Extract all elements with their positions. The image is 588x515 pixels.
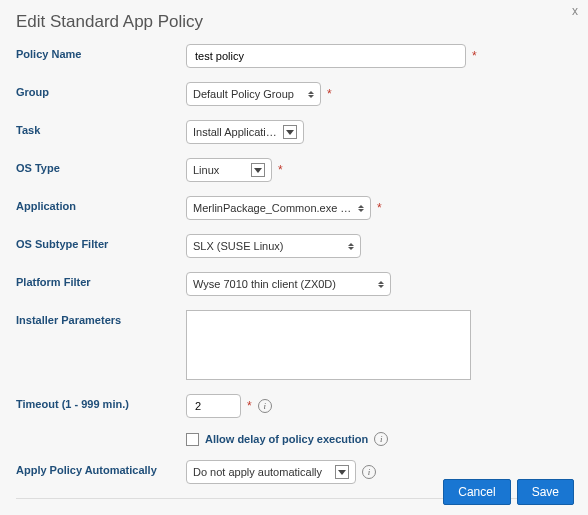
group-select[interactable]: Default Policy Group [186, 82, 321, 106]
timeout-input[interactable] [186, 394, 241, 418]
label-platform-filter: Platform Filter [16, 272, 186, 288]
chevron-updown-icon [358, 205, 364, 212]
dialog-body: x Edit Standard App Policy Policy Name *… [0, 0, 588, 515]
allow-delay-checkbox[interactable] [186, 433, 199, 446]
label-apply-auto: Apply Policy Automatically [16, 460, 186, 476]
chevron-down-icon [335, 465, 349, 479]
os-type-select[interactable]: Linux [186, 158, 272, 182]
chevron-updown-icon [378, 281, 384, 288]
required-marker: * [377, 201, 382, 215]
platform-filter-value: Wyse 7010 thin client (ZX0D) [193, 278, 336, 290]
apply-auto-select[interactable]: Do not apply automatically [186, 460, 356, 484]
info-icon[interactable]: i [374, 432, 388, 446]
info-icon[interactable]: i [258, 399, 272, 413]
dialog-footer: Cancel Save [443, 479, 574, 505]
required-marker: * [247, 399, 252, 413]
chevron-down-icon [283, 125, 297, 139]
group-select-value: Default Policy Group [193, 88, 294, 100]
label-timeout: Timeout (1 - 999 min.) [16, 394, 186, 410]
required-marker: * [278, 163, 283, 177]
label-application: Application [16, 196, 186, 212]
platform-filter-select[interactable]: Wyse 7010 thin client (ZX0D) [186, 272, 391, 296]
dialog-title: Edit Standard App Policy [16, 12, 572, 32]
label-installer-params: Installer Parameters [16, 310, 186, 326]
required-marker: * [327, 87, 332, 101]
label-os-type: OS Type [16, 158, 186, 174]
allow-delay-label: Allow delay of policy execution [205, 433, 368, 445]
task-select-value: Install Application [193, 126, 277, 138]
chevron-updown-icon [348, 243, 354, 250]
cancel-button[interactable]: Cancel [443, 479, 510, 505]
apply-auto-value: Do not apply automatically [193, 466, 322, 478]
label-group: Group [16, 82, 186, 98]
chevron-down-icon [251, 163, 265, 177]
label-policy-name: Policy Name [16, 44, 186, 60]
installer-params-textarea[interactable] [186, 310, 471, 380]
save-button[interactable]: Save [517, 479, 574, 505]
chevron-updown-icon [308, 91, 314, 98]
required-marker: * [472, 49, 477, 63]
info-icon[interactable]: i [362, 465, 376, 479]
policy-name-input[interactable] [186, 44, 466, 68]
label-task: Task [16, 120, 186, 136]
os-subtype-value: SLX (SUSE Linux) [193, 240, 283, 252]
close-icon[interactable]: x [572, 4, 578, 18]
application-value: MerlinPackage_Common.exe (Loc [193, 202, 352, 214]
label-os-subtype: OS Subtype Filter [16, 234, 186, 250]
os-subtype-select[interactable]: SLX (SUSE Linux) [186, 234, 361, 258]
application-select[interactable]: MerlinPackage_Common.exe (Loc [186, 196, 371, 220]
os-type-value: Linux [193, 164, 219, 176]
task-select[interactable]: Install Application [186, 120, 304, 144]
